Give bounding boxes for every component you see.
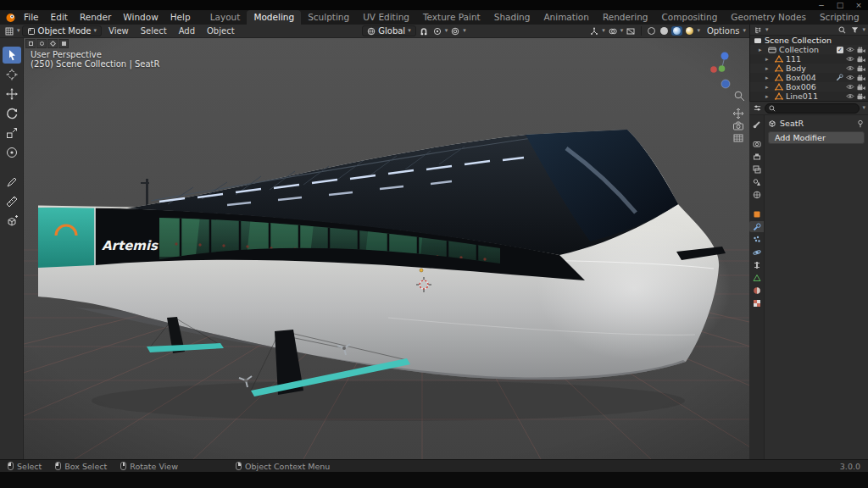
select-mode-toggle-3-icon[interactable] — [47, 39, 58, 48]
proportional-editing-icon[interactable] — [449, 25, 461, 36]
tab-world-icon[interactable] — [749, 189, 764, 200]
tool-scale[interactable] — [3, 125, 21, 141]
outliner-row-object[interactable]: ▸ Body — [750, 64, 868, 73]
shading-material-preview-icon[interactable] — [671, 26, 682, 36]
maximize-button[interactable]: □ — [831, 0, 849, 10]
blender-logo-icon[interactable] — [5, 13, 16, 23]
viewport-3d[interactable]: Artemis — [24, 38, 749, 459]
outliner-row-object[interactable]: ▸ Line011 — [750, 92, 868, 101]
tool-add-cube[interactable] — [3, 213, 21, 230]
viewport-canvas[interactable]: Artemis — [24, 38, 749, 459]
tab-particles-icon[interactable] — [749, 234, 764, 245]
hide-eye-icon[interactable] — [846, 56, 854, 62]
camera-visibility-icon[interactable] — [857, 65, 865, 72]
tool-measure[interactable] — [3, 193, 21, 210]
expand-arrow-icon[interactable]: ▸ — [759, 47, 765, 53]
tab-scene-icon[interactable] — [749, 176, 764, 187]
outliner-search-icon[interactable] — [837, 25, 847, 35]
tab-modifiers-icon[interactable] — [749, 221, 764, 232]
tab-scripting[interactable]: Scripting — [813, 10, 866, 25]
tool-cursor[interactable] — [3, 66, 21, 83]
tab-tool-icon[interactable] — [749, 119, 764, 130]
hide-eye-icon[interactable] — [846, 75, 854, 80]
tab-view-layer-icon[interactable] — [749, 164, 764, 175]
tab-rendering[interactable]: Rendering — [596, 10, 655, 25]
options-dropdown[interactable]: Options — [702, 26, 742, 36]
camera-visibility-icon[interactable] — [857, 84, 865, 91]
close-button[interactable]: × — [849, 0, 868, 10]
tool-annotate[interactable] — [3, 174, 21, 191]
tab-shading[interactable]: Shading — [487, 10, 537, 25]
editor-type-icon[interactable] — [3, 25, 15, 36]
properties-editor-icon[interactable] — [752, 103, 762, 114]
menu-select[interactable]: Select — [136, 26, 172, 36]
tab-compositing[interactable]: Compositing — [655, 10, 725, 25]
show-overlays-icon[interactable] — [607, 25, 619, 36]
select-mode-toggle-2-icon[interactable] — [36, 39, 47, 48]
expand-arrow-icon[interactable]: ▸ — [765, 65, 771, 72]
menu-window[interactable]: Window — [117, 10, 164, 25]
tab-physics-icon[interactable] — [749, 247, 764, 258]
menu-add[interactable]: Add — [174, 26, 200, 36]
outliner-row-collection[interactable]: ▸ Collection ✓ — [750, 45, 868, 54]
expand-arrow-icon[interactable]: ▸ — [765, 56, 771, 63]
outliner-row-scene-collection[interactable]: Scene Collection — [750, 36, 868, 45]
outliner-row-object[interactable]: ▸ Box006 — [750, 82, 868, 92]
search-input[interactable] — [778, 104, 855, 113]
tab-layout[interactable]: Layout — [203, 10, 248, 25]
transform-orientation-dropdown[interactable]: Global ▾ — [362, 25, 415, 36]
hide-eye-icon[interactable] — [846, 65, 854, 71]
camera-visibility-icon[interactable] — [857, 47, 865, 53]
tab-material-icon[interactable] — [749, 285, 764, 296]
camera-visibility-icon[interactable] — [857, 75, 865, 81]
tab-texture-paint[interactable]: Texture Paint — [416, 10, 487, 25]
outliner-editor-icon[interactable] — [753, 25, 763, 35]
tool-tweak-select[interactable] — [3, 47, 21, 64]
xray-toggle-icon[interactable] — [625, 25, 637, 36]
tool-rotate[interactable] — [3, 105, 21, 122]
menu-edit[interactable]: Edit — [45, 10, 74, 25]
tab-render-icon[interactable] — [749, 138, 764, 149]
hide-eye-icon[interactable] — [846, 47, 854, 53]
shading-wireframe-icon[interactable] — [646, 26, 657, 36]
tab-output-icon[interactable] — [749, 151, 764, 162]
show-gizmo-icon[interactable] — [588, 25, 600, 36]
hide-eye-icon[interactable] — [846, 84, 854, 90]
tab-animation[interactable]: Animation — [537, 10, 596, 25]
camera-visibility-icon[interactable] — [857, 93, 865, 100]
tab-constraints-icon[interactable] — [749, 259, 764, 270]
tab-modeling[interactable]: Modeling — [247, 10, 301, 25]
add-modifier-button[interactable]: Add Modifier — [768, 131, 865, 144]
snap-toggle-icon[interactable] — [418, 25, 430, 36]
select-mode-toggle-4-icon[interactable] — [58, 39, 69, 48]
select-mode-toggle-1-icon[interactable] — [25, 39, 36, 48]
menu-file[interactable]: File — [18, 10, 45, 25]
expand-arrow-icon[interactable]: ▸ — [765, 75, 771, 81]
tab-texture-icon[interactable] — [749, 297, 764, 308]
tab-object-icon[interactable] — [749, 208, 764, 219]
menu-view[interactable]: View — [103, 26, 134, 36]
collection-checkbox[interactable]: ✓ — [837, 47, 843, 53]
camera-visibility-icon[interactable] — [857, 56, 865, 63]
tool-transform[interactable] — [3, 144, 21, 161]
tab-object-data-icon[interactable] — [749, 272, 764, 283]
outliner-row-object[interactable]: ▸ 111 — [750, 54, 868, 64]
shading-solid-icon[interactable] — [659, 26, 670, 36]
expand-arrow-icon[interactable]: ▸ — [765, 84, 771, 91]
outliner-row-object[interactable]: ▸ Box004 — [750, 73, 868, 82]
menu-object[interactable]: Object — [202, 26, 240, 36]
menu-render[interactable]: Render — [74, 10, 117, 25]
outliner-filter-icon[interactable] — [849, 25, 860, 35]
snap-target-icon[interactable] — [431, 25, 443, 36]
minimize-button[interactable]: − — [812, 0, 831, 10]
shading-rendered-icon[interactable] — [684, 26, 695, 36]
expand-arrow-icon[interactable]: ▸ — [765, 93, 771, 100]
tab-sculpting[interactable]: Sculpting — [301, 10, 356, 25]
tab-geometry-nodes[interactable]: Geometry Nodes — [724, 10, 813, 25]
mode-dropdown[interactable]: Object Mode ▾ — [22, 25, 103, 36]
hide-eye-icon[interactable] — [846, 93, 854, 99]
properties-search-field[interactable] — [765, 103, 860, 114]
menu-help[interactable]: Help — [164, 10, 197, 25]
pin-icon[interactable] — [856, 119, 865, 128]
tool-move[interactable] — [3, 86, 21, 103]
